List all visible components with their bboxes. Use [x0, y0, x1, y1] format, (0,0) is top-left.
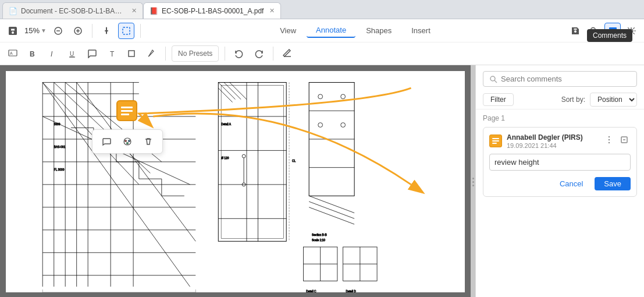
sep-dot-3	[472, 185, 474, 186]
bubble-line-2	[121, 110, 133, 112]
ctx-reply-button[interactable]	[98, 133, 115, 150]
eraser-button[interactable]	[279, 45, 296, 62]
svg-point-79	[318, 123, 323, 128]
comment-author: Annabell Degler (PIRS)	[507, 133, 598, 142]
comment-context-menu	[92, 129, 163, 154]
comment-more-button[interactable]	[603, 133, 615, 146]
nav-tab-view[interactable]: View	[271, 24, 305, 37]
comment-bubble[interactable]	[116, 100, 137, 121]
svg-text:3000: 3000	[54, 123, 61, 126]
tab-pdf[interactable]: 📕 EC-SOB-P-L1-BAS-00001_A.pdf ✕	[143, 2, 281, 19]
svg-point-80	[341, 123, 346, 128]
ctx-delete-button[interactable]	[140, 133, 156, 150]
comment-meta: Annabell Degler (PIRS) 19.09.2021 21:44	[507, 133, 598, 149]
svg-text:I: I	[51, 50, 53, 58]
sep-dot-1	[472, 178, 474, 179]
bubble-line-3	[121, 114, 129, 115]
tab-document[interactable]: 📄 Document - EC-SOB-D-L1-BAS-00003 - B ✕	[2, 2, 143, 19]
nav-tab-annotate[interactable]: Annotate	[307, 23, 355, 38]
filter-bar: Filter Sort by: Position Date Author	[476, 90, 644, 109]
selection-tool-button[interactable]	[118, 23, 134, 39]
save-button[interactable]	[5, 23, 21, 39]
pdf-page: 3000 BAS-001 FL 3000	[6, 71, 465, 292]
pen-tool-button[interactable]	[143, 45, 159, 62]
comments-tooltip: Comments	[587, 29, 632, 42]
bold-button[interactable]: B	[24, 45, 41, 62]
comment-actions	[603, 133, 631, 146]
cancel-button[interactable]: Cancel	[553, 177, 590, 190]
svg-text:Ø 120: Ø 120	[221, 157, 229, 160]
nav-tab-shapes[interactable]: Shapes	[357, 24, 401, 37]
save-comment-button[interactable]: Save	[595, 177, 631, 190]
redo-button[interactable]	[251, 45, 267, 62]
svg-text:Scale 1:10: Scale 1:10	[312, 239, 325, 242]
comment-icon-inner	[491, 137, 500, 145]
svg-line-81	[309, 196, 354, 213]
rectangle-tool-button[interactable]	[123, 45, 140, 62]
comments-list: Page 1 Annabell Degler (PIRS) 19.09.2021…	[476, 109, 644, 297]
svg-point-102	[609, 136, 610, 137]
svg-text:Detail A: Detail A	[221, 123, 232, 126]
filter-button[interactable]: Filter	[483, 93, 514, 106]
comment-type-icon	[489, 135, 502, 147]
comment-date: 19.09.2021 21:44	[507, 142, 598, 149]
comment-card: Annabell Degler (PIRS) 19.09.2021 21:44	[483, 127, 637, 197]
presets-button[interactable]: No Presets	[172, 45, 219, 62]
svg-point-68	[242, 154, 245, 158]
search-wrap	[483, 71, 637, 87]
svg-text:Section B-B: Section B-B	[312, 234, 327, 236]
svg-text:B: B	[30, 50, 35, 58]
comment-text-input[interactable]	[489, 154, 631, 171]
undo-button[interactable]	[231, 45, 247, 62]
doc-icon: 📄	[9, 7, 17, 15]
main-content: 3000 BAS-001 FL 3000	[0, 65, 644, 297]
sort-select[interactable]: Position Date Author	[590, 93, 637, 107]
text-highlight-button[interactable]: A	[5, 45, 21, 62]
svg-text:BAS-001: BAS-001	[54, 146, 66, 148]
bubble-line-1	[121, 107, 133, 108]
icon-line-3	[492, 143, 497, 144]
save-doc-button[interactable]	[567, 23, 583, 39]
svg-point-97	[127, 143, 129, 144]
svg-point-104	[609, 142, 610, 143]
zoom-out-button[interactable]	[50, 23, 66, 39]
svg-line-65	[218, 88, 232, 102]
svg-text:FL 3000: FL 3000	[54, 168, 65, 171]
svg-text:T: T	[110, 50, 115, 58]
svg-text:Detail C: Detail C	[306, 290, 316, 292]
divider-1	[92, 24, 92, 38]
comment-collapse-button[interactable]	[618, 133, 631, 146]
tab-document-close[interactable]: ✕	[131, 7, 137, 15]
zoom-dropdown-icon[interactable]: ▼	[41, 27, 47, 34]
text-tool-button[interactable]: T	[104, 45, 120, 62]
pan-tool-button[interactable]	[98, 23, 115, 39]
comments-search-area	[476, 65, 644, 90]
search-comments-input[interactable]	[501, 75, 631, 83]
nav-tabs: View Annotate Shapes Insert	[147, 23, 564, 38]
svg-line-101	[494, 80, 497, 83]
divider-4	[225, 47, 225, 61]
svg-point-78	[341, 94, 346, 99]
svg-text:CL: CL	[292, 160, 296, 162]
zoom-control: 15% ▼	[24, 26, 47, 35]
svg-point-103	[609, 139, 610, 140]
underline-button[interactable]: U	[64, 45, 80, 62]
icon-line-2	[492, 140, 499, 142]
italic-button[interactable]: I	[44, 45, 61, 62]
svg-point-95	[125, 140, 127, 142]
panel-separator[interactable]	[471, 65, 475, 297]
zoom-in-button[interactable]	[70, 23, 86, 39]
pdf-viewer[interactable]: 3000 BAS-001 FL 3000	[0, 65, 471, 297]
page-label: Page 1	[483, 114, 637, 122]
zoom-value: 15%	[24, 26, 40, 35]
nav-tab-insert[interactable]: Insert	[402, 24, 440, 37]
ctx-color-button[interactable]	[119, 133, 136, 150]
pdf-icon: 📕	[150, 7, 158, 15]
comment-tool-button[interactable]	[84, 45, 100, 62]
divider-3	[165, 47, 166, 61]
svg-rect-15	[129, 51, 134, 56]
comment-buttons: Cancel Save	[489, 177, 631, 190]
tab-pdf-close[interactable]: ✕	[269, 7, 275, 15]
separator-handle	[472, 178, 474, 186]
svg-line-83	[309, 207, 354, 224]
